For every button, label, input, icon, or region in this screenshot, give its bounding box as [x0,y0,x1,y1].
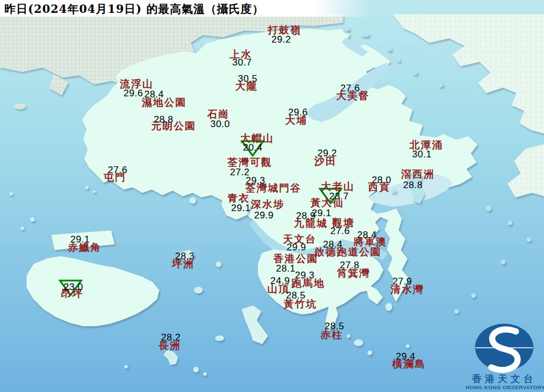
station-temperature-value: 28.3 [175,251,194,261]
station-temperature-value: 29.2 [271,35,291,44]
station-temperature-value: 28.4 [144,90,164,99]
station-temperature-value: 28.0 [371,175,391,185]
station-labels: 打鼓嶺29.2上水30.7大隴30.5流浮山29.6濕地公園28.4元朗公園28… [0,0,544,392]
station-temperature-value: 28.9 [296,211,315,221]
station-temperature-value: 27.6 [330,226,350,236]
station-temperature-value: 28.8 [403,180,422,190]
station-temperature-value: 27.6 [108,165,127,175]
station-temperature-value: 30.1 [412,150,431,159]
station-name-label: 赤柱 [320,330,343,340]
station-temperature-value: 29.6 [288,108,308,117]
station-temperature-value: 28.5 [286,291,305,300]
station-temperature-value: 28.4 [323,240,342,249]
station-temperature-value: 28.2 [161,333,180,342]
station-temperature-value: 28.8 [154,115,173,124]
station-name-label: 深水埗 [251,199,285,209]
station-temperature-value: 29.2 [317,148,337,158]
station-name-label: 大老山 [321,181,355,192]
station-name-label: 香港公園 [273,254,318,264]
station-temperature-value: 29.3 [295,270,314,280]
station-temperature-value: 30.5 [238,74,257,83]
station-temperature-value: 29.9 [286,242,306,252]
station-name-label: 石崗 [207,109,230,119]
station-temperature-value: 27.6 [340,83,360,93]
station-name-label: 黃竹坑 [283,299,317,309]
station-temperature-value: 28.5 [324,321,344,331]
station-name-label: 黃大仙 [310,198,344,208]
station-temperature-value: 27.9 [392,277,412,286]
station-name-label: 荃灣可觀 [227,157,272,167]
station-temperature-value: 29.4 [396,352,415,361]
temperature-map: 打鼓嶺29.2上水30.7大隴30.5流浮山29.6濕地公園28.4元朗公園28… [0,0,544,392]
station-temperature-value: 29.3 [245,176,265,185]
hko-logo-english-name: HONG KONG OBSERVATORY [466,384,543,391]
station-temperature-value: 27.8 [340,260,359,270]
station-temperature-value: 20.4 [243,143,262,152]
station-name-label: 滘西洲 [401,169,435,179]
station-temperature-value: 30.7 [232,58,252,67]
station-temperature-value: 30.0 [210,119,230,129]
station-temperature-value: 24.9 [270,276,290,286]
hko-logo-emblem [466,319,543,373]
hko-logo: 香港天文台 HONG KONG OBSERVATORY [466,319,543,392]
station-temperature-value: 29.1 [231,203,250,213]
station-name-label: 青衣 [227,193,250,203]
station-temperature-value: 23.0 [63,282,83,292]
station-temperature-value: 28.1 [276,264,295,273]
hko-logo-chinese-name: 香港天文台 [466,374,543,384]
station-temperature-value: 29.9 [254,211,273,220]
station-temperature-value: 29.6 [123,88,143,98]
station-temperature-value: 29.1 [70,235,90,244]
map-title: 昨日(2024年04月19日) 的最高氣溫（攝氏度） [4,2,264,17]
station-temperature-value: 28.4 [357,230,376,240]
